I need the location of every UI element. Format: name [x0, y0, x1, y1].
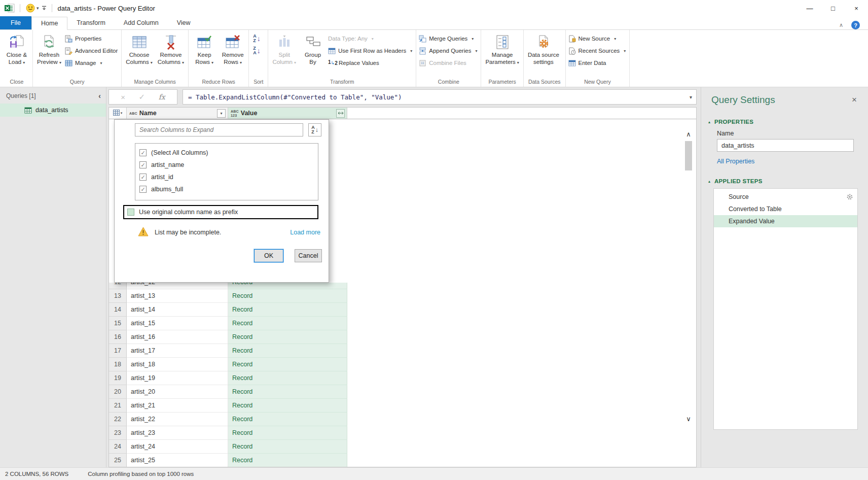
checkbox-unchecked-icon[interactable]: [127, 209, 134, 216]
vertical-scrollbar[interactable]: ∧ ∨: [683, 128, 694, 425]
tab-transform[interactable]: Transform: [67, 16, 115, 29]
collapse-queries-pane-icon[interactable]: ‹: [98, 92, 101, 100]
data-source-settings-button[interactable]: Data source settings: [525, 31, 562, 67]
record-link[interactable]: Record: [228, 399, 347, 413]
name-cell[interactable]: artist_21: [127, 399, 228, 413]
ok-button[interactable]: OK: [254, 249, 283, 262]
sort-ascending-button[interactable]: AZ ↓: [251, 33, 262, 44]
column-header-value[interactable]: ABC 123 Value: [228, 108, 347, 119]
fx-icon[interactable]: fx: [159, 93, 165, 101]
applied-step-converted-to-table[interactable]: Converted to Table: [714, 203, 857, 215]
name-cell[interactable]: artist_18: [127, 358, 228, 371]
name-cell[interactable]: artist_25: [127, 454, 228, 467]
record-link[interactable]: Record: [228, 330, 347, 344]
select-all-corner-button[interactable]: ▾: [109, 108, 127, 119]
close-and-load-button[interactable]: Close & Load▾: [3, 31, 31, 68]
smiley-dropdown-icon[interactable]: ▾: [37, 6, 39, 11]
name-cell[interactable]: artist_22: [127, 413, 228, 426]
tab-view[interactable]: View: [168, 16, 200, 29]
formula-cancel-icon[interactable]: ×: [121, 93, 125, 101]
scroll-down-icon[interactable]: ∨: [683, 413, 694, 425]
record-link[interactable]: Record: [228, 413, 347, 426]
keep-rows-button[interactable]: Keep Rows▾: [190, 31, 219, 68]
properties-button[interactable]: Properties: [65, 33, 118, 44]
expand-column-icon[interactable]: [336, 109, 345, 118]
name-cell[interactable]: artist_24: [127, 440, 228, 454]
search-columns-input[interactable]: [135, 123, 303, 136]
query-list-item-data-artists[interactable]: data_artists: [0, 104, 106, 117]
tab-home[interactable]: Home: [31, 17, 67, 30]
name-cell[interactable]: artist_19: [127, 371, 228, 385]
load-more-link[interactable]: Load more: [290, 229, 320, 236]
name-cell[interactable]: artist_14: [127, 303, 228, 317]
maximize-button[interactable]: □: [821, 0, 845, 16]
new-source-button[interactable]: New Source ▾: [568, 33, 626, 44]
column-checkbox-item[interactable]: ✓ artist_name: [139, 159, 314, 171]
checkbox-checked-icon[interactable]: ✓: [139, 174, 147, 181]
record-link[interactable]: Record: [228, 303, 347, 317]
append-queries-button[interactable]: Append Queries ▾: [419, 46, 477, 56]
scrollbar-thumb[interactable]: [685, 141, 692, 170]
formula-expand-icon[interactable]: ▾: [690, 94, 692, 100]
name-cell[interactable]: artist_17: [127, 344, 228, 358]
merge-queries-button[interactable]: Merge Queries ▾: [419, 33, 477, 44]
group-by-button[interactable]: Group By: [299, 31, 327, 67]
name-cell[interactable]: artist_16: [127, 330, 228, 344]
column-checkbox-item[interactable]: ✓ albums_full: [139, 183, 314, 195]
replace-values-button[interactable]: 1 ↳ 2 Replace Values: [328, 58, 412, 68]
close-settings-icon[interactable]: ×: [852, 95, 857, 105]
applied-steps-section-header[interactable]: ▴ APPLIED STEPS: [701, 178, 868, 184]
tab-file[interactable]: File: [0, 16, 31, 29]
scroll-up-icon[interactable]: ∧: [683, 128, 694, 140]
use-first-row-as-headers-button[interactable]: Use First Row as Headers ▾: [328, 46, 412, 56]
sort-descending-button[interactable]: ZA ↓: [251, 46, 262, 56]
formula-input[interactable]: = Table.ExpandListColumn(#"Converted to …: [183, 89, 697, 105]
remove-rows-button[interactable]: Remove Rows▾: [219, 31, 247, 68]
applied-step-source[interactable]: Source: [714, 191, 857, 203]
record-link[interactable]: Record: [228, 426, 347, 440]
name-cell[interactable]: artist_23: [127, 426, 228, 440]
recent-sources-button[interactable]: Recent Sources ▾: [568, 46, 626, 56]
checkbox-checked-icon[interactable]: ✓: [139, 161, 147, 168]
record-link[interactable]: Record: [228, 454, 347, 467]
checkbox-checked-icon[interactable]: ✓: [139, 186, 147, 193]
name-cell[interactable]: artist_15: [127, 317, 228, 330]
name-cell[interactable]: artist_20: [127, 385, 228, 399]
close-button[interactable]: ×: [845, 0, 868, 16]
refresh-preview-button[interactable]: Refresh Preview▾: [34, 31, 64, 68]
tab-add-column[interactable]: Add Column: [115, 16, 168, 29]
column-checkbox-item[interactable]: ✓ artist_id: [139, 171, 314, 183]
record-link[interactable]: Record: [228, 358, 347, 371]
record-link[interactable]: Record: [228, 440, 347, 454]
collapse-ribbon-icon[interactable]: ∧: [839, 22, 843, 28]
checkbox-checked-icon[interactable]: ✓: [139, 149, 147, 156]
formula-commit-icon[interactable]: ✓: [139, 92, 146, 101]
all-properties-link[interactable]: All Properties: [701, 152, 868, 165]
name-cell[interactable]: artist_13: [127, 289, 228, 303]
record-link[interactable]: Record: [228, 317, 347, 330]
choose-columns-button[interactable]: Choose Columns▾: [123, 31, 155, 68]
column-header-name[interactable]: ABC Name ▾: [127, 108, 228, 119]
advanced-editor-button[interactable]: Advanced Editor: [65, 46, 118, 56]
record-link[interactable]: Record: [228, 371, 347, 385]
record-link[interactable]: Record: [228, 385, 347, 399]
applied-step-expanded-value[interactable]: Expanded Value: [714, 215, 857, 227]
use-original-name-prefix-option[interactable]: Use original column name as prefix: [123, 205, 318, 219]
gear-icon[interactable]: [846, 193, 853, 200]
filter-dropdown-icon[interactable]: ▾: [217, 109, 226, 118]
cancel-button[interactable]: Cancel: [295, 249, 322, 262]
status-profiling-info[interactable]: Column profiling based on top 1000 rows: [88, 471, 194, 477]
column-checkbox-item[interactable]: ✓ (Select All Columns): [139, 147, 314, 159]
enter-data-button[interactable]: Enter Data: [568, 58, 626, 68]
minimize-button[interactable]: —: [798, 0, 821, 16]
remove-columns-button[interactable]: Remove Columns▾: [155, 31, 187, 68]
popup-sort-button[interactable]: AZ ↓: [308, 123, 321, 136]
pin-toolbar-icon[interactable]: [41, 5, 47, 11]
record-link[interactable]: Record: [228, 344, 347, 358]
record-link[interactable]: Record: [228, 289, 347, 303]
manage-button[interactable]: Manage ▾: [65, 58, 118, 68]
help-icon[interactable]: ?: [851, 21, 860, 29]
properties-section-header[interactable]: ▴ PROPERTIES: [701, 119, 868, 125]
feedback-smiley-icon[interactable]: [26, 4, 35, 13]
manage-parameters-button[interactable]: Manage Parameters▾: [483, 31, 521, 68]
